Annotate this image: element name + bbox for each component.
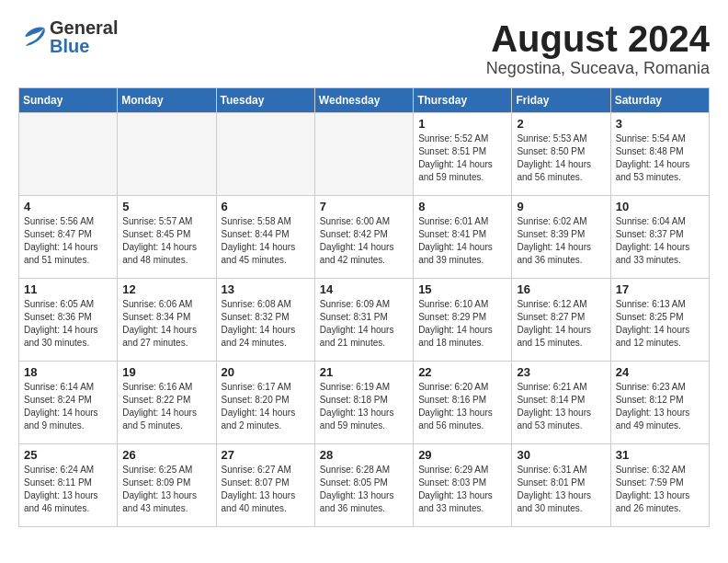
day-info: Sunrise: 6:10 AMSunset: 8:29 PMDaylight:… — [418, 298, 506, 350]
calendar-cell: 8Sunrise: 6:01 AMSunset: 8:41 PMDaylight… — [414, 196, 512, 279]
day-number: 9 — [517, 200, 605, 213]
day-info: Sunrise: 5:54 AMSunset: 8:48 PMDaylight:… — [616, 132, 704, 184]
weekday-header-thursday: Thursday — [414, 88, 512, 113]
day-number: 19 — [122, 365, 210, 379]
logo: General Blue — [18, 18, 118, 55]
day-number: 27 — [222, 448, 310, 462]
calendar-cell: 22Sunrise: 6:20 AMSunset: 8:16 PMDayligh… — [414, 362, 512, 444]
day-number: 29 — [418, 448, 506, 462]
calendar-cell: 12Sunrise: 6:06 AMSunset: 8:34 PMDayligh… — [118, 279, 216, 362]
day-number: 30 — [517, 448, 605, 462]
weekday-header-monday: Monday — [118, 88, 216, 113]
day-number: 14 — [320, 282, 408, 296]
day-info: Sunrise: 6:08 AMSunset: 8:32 PMDaylight:… — [222, 298, 310, 350]
logo-blue: Blue — [50, 37, 118, 55]
day-number: 16 — [517, 282, 605, 296]
day-number: 24 — [616, 365, 704, 379]
calendar-cell: 2Sunrise: 5:53 AMSunset: 8:50 PMDaylight… — [512, 113, 610, 196]
day-number: 15 — [418, 282, 506, 296]
day-info: Sunrise: 5:56 AMSunset: 8:47 PMDaylight:… — [24, 215, 112, 267]
day-number: 23 — [517, 365, 605, 379]
week-row-2: 4Sunrise: 5:56 AMSunset: 8:47 PMDaylight… — [19, 196, 710, 279]
calendar-cell: 4Sunrise: 5:56 AMSunset: 8:47 PMDaylight… — [19, 196, 118, 279]
day-number: 8 — [418, 200, 506, 213]
week-row-5: 25Sunrise: 6:24 AMSunset: 8:11 PMDayligh… — [19, 444, 710, 527]
day-number: 13 — [222, 282, 310, 296]
calendar-cell: 18Sunrise: 6:14 AMSunset: 8:24 PMDayligh… — [19, 362, 118, 444]
calendar-cell: 26Sunrise: 6:25 AMSunset: 8:09 PMDayligh… — [118, 444, 216, 527]
calendar-cell: 23Sunrise: 6:21 AMSunset: 8:14 PMDayligh… — [512, 362, 610, 444]
calendar-cell: 16Sunrise: 6:12 AMSunset: 8:27 PMDayligh… — [512, 279, 610, 362]
day-number: 20 — [222, 365, 310, 379]
calendar-cell — [118, 113, 216, 196]
calendar-cell — [314, 113, 413, 196]
day-number: 31 — [616, 448, 704, 462]
calendar-cell: 20Sunrise: 6:17 AMSunset: 8:20 PMDayligh… — [216, 362, 314, 444]
calendar-cell: 10Sunrise: 6:04 AMSunset: 8:37 PMDayligh… — [610, 196, 709, 279]
calendar-cell: 24Sunrise: 6:23 AMSunset: 8:12 PMDayligh… — [610, 362, 709, 444]
day-info: Sunrise: 6:31 AMSunset: 8:01 PMDaylight:… — [517, 464, 605, 515]
day-info: Sunrise: 6:13 AMSunset: 8:25 PMDaylight:… — [616, 298, 704, 350]
day-info: Sunrise: 6:24 AMSunset: 8:11 PMDaylight:… — [24, 464, 112, 515]
day-info: Sunrise: 6:32 AMSunset: 7:59 PMDaylight:… — [616, 464, 704, 515]
day-number: 5 — [122, 200, 210, 213]
day-info: Sunrise: 5:52 AMSunset: 8:51 PMDaylight:… — [418, 132, 506, 184]
calendar-cell: 6Sunrise: 5:58 AMSunset: 8:44 PMDaylight… — [216, 196, 314, 279]
day-number: 28 — [320, 448, 408, 462]
day-info: Sunrise: 5:58 AMSunset: 8:44 PMDaylight:… — [222, 215, 310, 267]
calendar-cell — [19, 113, 118, 196]
day-number: 4 — [24, 200, 112, 213]
title-section: August 2024 Negostina, Suceava, Romania — [486, 18, 710, 78]
calendar-cell: 11Sunrise: 6:05 AMSunset: 8:36 PMDayligh… — [19, 279, 118, 362]
calendar-table: SundayMondayTuesdayWednesdayThursdayFrid… — [18, 87, 710, 527]
calendar-cell: 9Sunrise: 6:02 AMSunset: 8:39 PMDaylight… — [512, 196, 610, 279]
day-info: Sunrise: 6:20 AMSunset: 8:16 PMDaylight:… — [418, 381, 506, 432]
weekday-header-wednesday: Wednesday — [314, 88, 413, 113]
day-number: 12 — [122, 282, 210, 296]
day-info: Sunrise: 6:25 AMSunset: 8:09 PMDaylight:… — [122, 464, 210, 515]
day-number: 2 — [517, 117, 605, 131]
calendar-cell: 31Sunrise: 6:32 AMSunset: 7:59 PMDayligh… — [610, 444, 709, 527]
calendar-cell: 15Sunrise: 6:10 AMSunset: 8:29 PMDayligh… — [414, 279, 512, 362]
day-info: Sunrise: 5:57 AMSunset: 8:45 PMDaylight:… — [122, 215, 210, 267]
location-subtitle: Negostina, Suceava, Romania — [486, 59, 710, 78]
week-row-3: 11Sunrise: 6:05 AMSunset: 8:36 PMDayligh… — [19, 279, 710, 362]
day-info: Sunrise: 6:04 AMSunset: 8:37 PMDaylight:… — [616, 215, 704, 267]
day-info: Sunrise: 6:12 AMSunset: 8:27 PMDaylight:… — [517, 298, 605, 350]
day-number: 11 — [24, 282, 112, 296]
weekday-header-tuesday: Tuesday — [216, 88, 314, 113]
day-info: Sunrise: 6:06 AMSunset: 8:34 PMDaylight:… — [122, 298, 210, 350]
day-info: Sunrise: 6:00 AMSunset: 8:42 PMDaylight:… — [320, 215, 408, 267]
day-info: Sunrise: 6:16 AMSunset: 8:22 PMDaylight:… — [122, 381, 210, 432]
day-info: Sunrise: 6:09 AMSunset: 8:31 PMDaylight:… — [320, 298, 408, 350]
calendar-cell: 27Sunrise: 6:27 AMSunset: 8:07 PMDayligh… — [216, 444, 314, 527]
calendar-cell: 17Sunrise: 6:13 AMSunset: 8:25 PMDayligh… — [610, 279, 709, 362]
weekday-header-sunday: Sunday — [19, 88, 118, 113]
calendar-cell: 14Sunrise: 6:09 AMSunset: 8:31 PMDayligh… — [314, 279, 413, 362]
weekday-header-row: SundayMondayTuesdayWednesdayThursdayFrid… — [19, 88, 710, 113]
day-number: 1 — [418, 117, 506, 131]
page-header: General Blue August 2024 Negostina, Suce… — [18, 18, 710, 78]
week-row-4: 18Sunrise: 6:14 AMSunset: 8:24 PMDayligh… — [19, 362, 710, 444]
calendar-cell: 13Sunrise: 6:08 AMSunset: 8:32 PMDayligh… — [216, 279, 314, 362]
weekday-header-saturday: Saturday — [610, 88, 709, 113]
week-row-1: 1Sunrise: 5:52 AMSunset: 8:51 PMDaylight… — [19, 113, 710, 196]
day-number: 10 — [616, 200, 704, 213]
logo-general: General — [50, 18, 118, 37]
calendar-cell: 7Sunrise: 6:00 AMSunset: 8:42 PMDaylight… — [314, 196, 413, 279]
calendar-cell: 3Sunrise: 5:54 AMSunset: 8:48 PMDaylight… — [610, 113, 709, 196]
day-info: Sunrise: 6:01 AMSunset: 8:41 PMDaylight:… — [418, 215, 506, 267]
day-number: 21 — [320, 365, 408, 379]
day-number: 18 — [24, 365, 112, 379]
day-info: Sunrise: 6:17 AMSunset: 8:20 PMDaylight:… — [222, 381, 310, 432]
day-info: Sunrise: 6:23 AMSunset: 8:12 PMDaylight:… — [616, 381, 704, 432]
calendar-cell: 30Sunrise: 6:31 AMSunset: 8:01 PMDayligh… — [512, 444, 610, 527]
day-info: Sunrise: 6:02 AMSunset: 8:39 PMDaylight:… — [517, 215, 605, 267]
calendar-cell: 25Sunrise: 6:24 AMSunset: 8:11 PMDayligh… — [19, 444, 118, 527]
day-info: Sunrise: 6:28 AMSunset: 8:05 PMDaylight:… — [320, 464, 408, 515]
calendar-cell: 1Sunrise: 5:52 AMSunset: 8:51 PMDaylight… — [414, 113, 512, 196]
day-number: 22 — [418, 365, 506, 379]
calendar-cell: 28Sunrise: 6:28 AMSunset: 8:05 PMDayligh… — [314, 444, 413, 527]
calendar-cell: 5Sunrise: 5:57 AMSunset: 8:45 PMDaylight… — [118, 196, 216, 279]
calendar-cell: 19Sunrise: 6:16 AMSunset: 8:22 PMDayligh… — [118, 362, 216, 444]
